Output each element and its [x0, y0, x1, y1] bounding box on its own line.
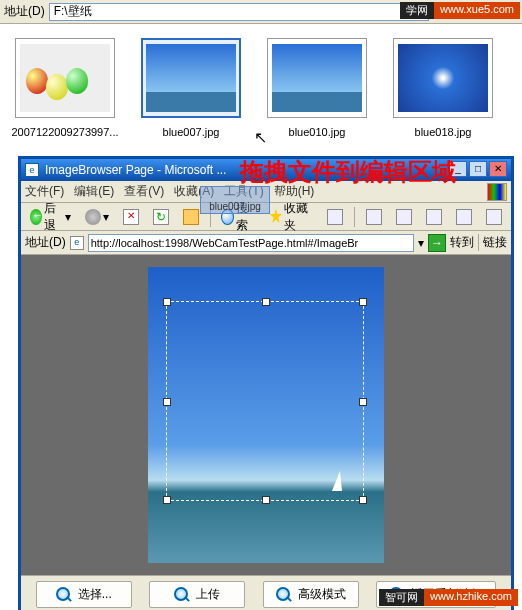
maximize-button[interactable]: □	[469, 161, 487, 177]
separator	[210, 207, 211, 227]
crop-handle-ne[interactable]	[359, 298, 367, 306]
upload-button[interactable]: 上传	[149, 581, 245, 608]
messenger-button[interactable]	[481, 206, 507, 228]
forward-icon	[85, 209, 101, 225]
stop-button[interactable]	[118, 206, 144, 228]
thumb-item[interactable]: 2007122009273997...	[10, 38, 120, 166]
crop-handle-se[interactable]	[359, 496, 367, 504]
close-button[interactable]: ✕	[489, 161, 507, 177]
titlebar[interactable]: e ImageBrowser Page - Microsoft ... _ □ …	[21, 159, 511, 181]
editor-image[interactable]	[148, 267, 384, 563]
thumb-item[interactable]: blue010.jpg	[262, 38, 372, 166]
watermark: 智可网 www.hzhike.com	[379, 589, 518, 606]
address-label: 地址(D)	[25, 234, 66, 251]
home-button[interactable]	[178, 206, 204, 228]
thumb-label: blue010.jpg	[262, 126, 372, 138]
advanced-button[interactable]: 高级模式	[263, 581, 359, 608]
badge-xue5: www.xue5.com	[434, 2, 520, 19]
history-button[interactable]	[322, 206, 348, 228]
discuss-button[interactable]	[451, 206, 477, 228]
thumb-item[interactable]: blue018.jpg	[388, 38, 498, 166]
magnifier-icon	[56, 587, 72, 603]
refresh-button[interactable]: ↻	[148, 206, 174, 228]
toolbar: 后退▾ ▾ ↻ 搜索 收藏夹	[21, 203, 511, 231]
editor-area[interactable]	[21, 255, 511, 575]
menu-help[interactable]: 帮助(H)	[274, 183, 315, 200]
badge-xuewang: 学网	[400, 2, 434, 19]
menu-view[interactable]: 查看(V)	[124, 183, 164, 200]
ie-window: e ImageBrowser Page - Microsoft ... _ □ …	[18, 156, 514, 610]
history-icon	[327, 209, 343, 225]
thumb-item[interactable]: blue007.jpg	[136, 38, 246, 166]
crop-handle-nw[interactable]	[163, 298, 171, 306]
page-icon: e	[70, 236, 84, 250]
crop-handle-n[interactable]	[262, 298, 270, 306]
home-icon	[183, 209, 199, 225]
crop-handle-s[interactable]	[262, 496, 270, 504]
address-label: 地址(D)	[4, 3, 45, 20]
explorer-address-bar: 地址(D) 学网 www.xue5.com	[0, 0, 522, 24]
magnifier-icon	[276, 587, 292, 603]
ie-icon: e	[25, 163, 39, 177]
thumb-label: blue018.jpg	[388, 126, 498, 138]
print-icon	[396, 209, 412, 225]
mail-icon	[366, 209, 382, 225]
stop-icon	[123, 209, 139, 225]
star-icon	[269, 209, 282, 225]
thumbnail-pane: 2007122009273997... blue007.jpg blue010.…	[0, 24, 522, 170]
ie-address-bar: 地址(D) e ▾ → 转到 链接	[21, 231, 511, 255]
discuss-icon	[456, 209, 472, 225]
menu-favorites[interactable]: 收藏(A)	[174, 183, 214, 200]
back-icon	[30, 209, 42, 225]
magnifier-icon	[174, 587, 190, 603]
explorer-path-input[interactable]	[49, 3, 429, 21]
badge-zhike: 智可网	[379, 589, 424, 606]
thumb-label: blue007.jpg	[136, 126, 246, 138]
top-badges: 学网 www.xue5.com	[400, 2, 520, 19]
print-button[interactable]	[391, 206, 417, 228]
url-input[interactable]	[88, 234, 414, 252]
forward-button[interactable]: ▾	[80, 206, 114, 228]
menu-file[interactable]: 文件(F)	[25, 183, 64, 200]
badge-hzhike: www.hzhike.com	[424, 589, 518, 606]
refresh-icon: ↻	[153, 209, 169, 225]
crop-handle-w[interactable]	[163, 398, 171, 406]
mail-button[interactable]	[361, 206, 387, 228]
crop-selection[interactable]	[166, 301, 364, 501]
minimize-button[interactable]: _	[449, 161, 467, 177]
edit-icon	[426, 209, 442, 225]
menu-edit[interactable]: 编辑(E)	[74, 183, 114, 200]
window-title: ImageBrowser Page - Microsoft ...	[45, 163, 226, 177]
crop-handle-sw[interactable]	[163, 496, 171, 504]
go-button[interactable]: →	[428, 234, 446, 252]
thumb-label: 2007122009273997...	[10, 126, 120, 138]
search-icon	[221, 209, 234, 225]
edit-button[interactable]	[421, 206, 447, 228]
links-label[interactable]: 链接	[478, 234, 507, 251]
menubar: 文件(F) 编辑(E) 查看(V) 收藏(A) 工具(T) 帮助(H)	[21, 181, 511, 203]
messenger-icon	[486, 209, 502, 225]
ie-logo-icon	[487, 183, 507, 201]
separator	[354, 207, 355, 227]
crop-handle-e[interactable]	[359, 398, 367, 406]
select-button[interactable]: 选择...	[36, 581, 132, 608]
menu-tools[interactable]: 工具(T)	[224, 183, 263, 200]
go-label: 转到	[450, 234, 474, 251]
